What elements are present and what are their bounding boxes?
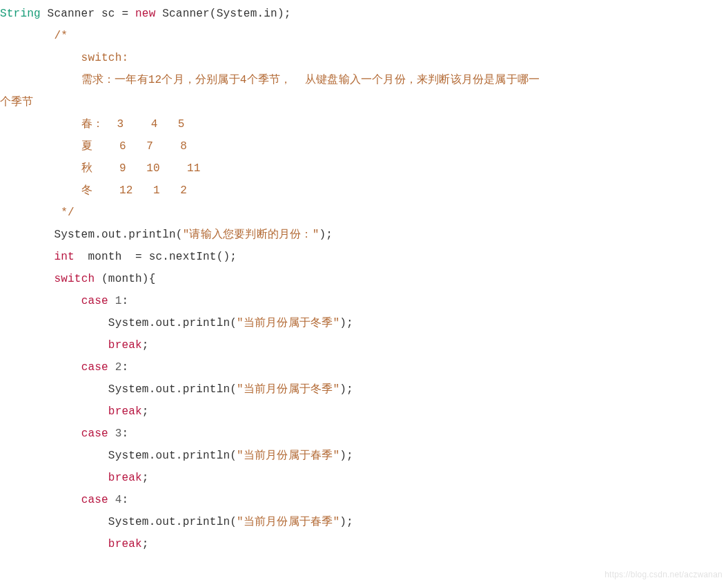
semi: ; <box>142 405 149 418</box>
comment-line: switch: <box>0 52 128 64</box>
string-literal: "请输入您要判断的月份：" <box>183 229 319 241</box>
semi: ; <box>142 339 149 352</box>
code-text: ); <box>340 450 353 462</box>
comment-line: 需求：一年有12个月，分别属于4个季节， 从键盘输入一个月份，来判断该月份是属于… <box>0 74 540 86</box>
indent <box>0 405 108 418</box>
case-keyword: case <box>81 295 108 307</box>
case-keyword: case <box>81 494 108 506</box>
space <box>108 494 115 506</box>
indent <box>0 251 54 263</box>
code-text: ); <box>340 516 353 528</box>
comment-line: 夏 6 7 8 <box>0 140 187 153</box>
code-text: ); <box>340 383 353 396</box>
code-text: System.out.println( <box>0 383 237 396</box>
code-text: Scanner(System.in); <box>155 8 291 20</box>
comment-close: */ <box>0 206 75 219</box>
semi: ; <box>142 472 149 484</box>
new-keyword: new <box>135 8 155 20</box>
code-text: System.out.println( <box>0 450 237 462</box>
code-text: System.out.println( <box>0 516 237 528</box>
number: 3 <box>115 427 122 440</box>
indent <box>0 273 54 285</box>
colon: : <box>121 361 128 374</box>
number: 1 <box>115 295 122 307</box>
number: 2 <box>115 361 122 374</box>
code-text: Scanner sc = <box>41 8 135 20</box>
watermark: https://blog.csdn.net/aczwanan <box>604 566 722 583</box>
indent <box>0 472 108 484</box>
comment-line: 秋 9 10 11 <box>0 162 201 175</box>
switch-keyword: switch <box>54 273 95 285</box>
code-text: System.out.println( <box>0 317 237 329</box>
semi: ; <box>142 538 149 550</box>
break-keyword: break <box>108 339 142 352</box>
indent <box>0 295 81 307</box>
type-keyword: String <box>0 8 41 20</box>
break-keyword: break <box>108 538 142 550</box>
string-literal: "当前月份属于春季" <box>237 516 340 528</box>
code-text: ); <box>319 229 333 241</box>
break-keyword: break <box>108 472 142 484</box>
indent <box>0 361 81 374</box>
string-literal: "当前月份属于冬季" <box>237 317 340 329</box>
code-text: ); <box>340 317 353 329</box>
colon: : <box>121 295 128 307</box>
colon: : <box>121 494 128 506</box>
break-keyword: break <box>108 405 142 418</box>
number: 4 <box>115 494 122 506</box>
comment-line: 春： 3 4 5 <box>0 118 185 131</box>
int-keyword: int <box>54 251 74 263</box>
indent <box>0 427 81 440</box>
colon: : <box>121 427 128 440</box>
comment-line: 个季节 <box>0 96 34 108</box>
code-text: System.out.println( <box>0 229 183 241</box>
indent <box>0 339 108 352</box>
string-literal: "当前月份属于春季" <box>237 450 340 462</box>
case-keyword: case <box>81 427 108 440</box>
space <box>108 295 115 307</box>
case-keyword: case <box>81 361 108 374</box>
code-text: month = sc.nextInt(); <box>75 251 237 263</box>
code-block: String Scanner sc = new Scanner(System.i… <box>0 0 728 555</box>
string-literal: "当前月份属于冬季" <box>237 383 340 396</box>
comment-open: /* <box>0 30 68 42</box>
comment-line: 冬 12 1 2 <box>0 184 187 197</box>
code-text: (month){ <box>95 273 155 285</box>
space <box>108 427 115 440</box>
indent <box>0 538 108 550</box>
indent <box>0 494 81 506</box>
space <box>108 361 115 374</box>
